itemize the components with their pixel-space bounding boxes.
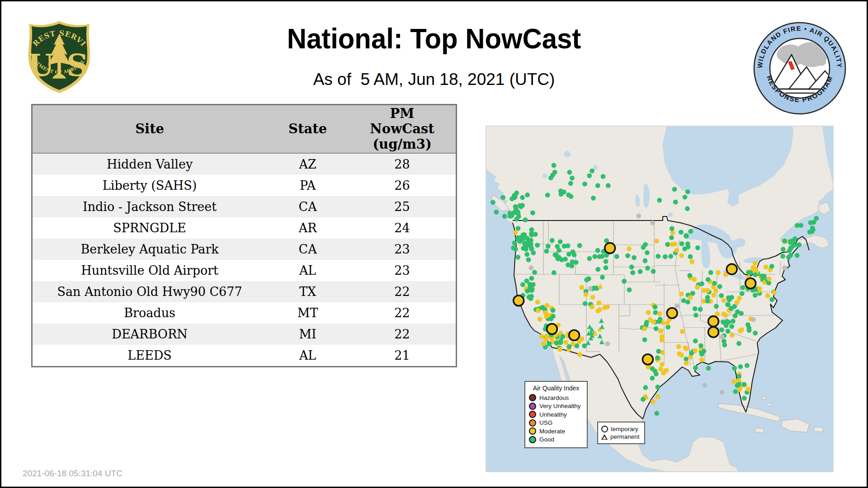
monitor-marker bbox=[561, 189, 566, 194]
monitor-marker bbox=[685, 300, 690, 305]
monitor-marker bbox=[521, 232, 526, 237]
very-unhealthy-swatch-icon bbox=[529, 403, 536, 410]
monitor-marker bbox=[528, 265, 533, 270]
monitor-marker bbox=[750, 265, 755, 270]
monitor-marker bbox=[679, 291, 684, 296]
monitor-marker bbox=[491, 200, 495, 205]
monitor-marker bbox=[715, 312, 720, 317]
aqi-legend-item: Hazardous bbox=[529, 394, 583, 401]
state-cell: AL bbox=[267, 260, 349, 281]
lake-of-the-woods bbox=[668, 212, 673, 217]
monitor-marker bbox=[693, 306, 698, 311]
featured-site-marker bbox=[708, 327, 719, 337]
monitor-marker bbox=[720, 390, 725, 395]
monitor-marker bbox=[531, 282, 536, 287]
monitor-marker bbox=[524, 278, 529, 283]
state-cell: AL bbox=[267, 345, 349, 367]
monitor-marker bbox=[685, 189, 690, 194]
monitor-marker bbox=[738, 364, 743, 369]
value-cell: 23 bbox=[349, 239, 456, 260]
aqi-legend-item: Good bbox=[529, 436, 583, 443]
monitor-marker bbox=[720, 334, 725, 339]
site-cell: Hidden Valley bbox=[32, 153, 267, 175]
monitor-marker bbox=[670, 226, 675, 231]
monitor-marker bbox=[548, 316, 553, 321]
monitor-marker bbox=[661, 371, 666, 375]
monitor-marker bbox=[577, 352, 582, 357]
monitor-marker bbox=[557, 248, 561, 253]
aqi-legend-item: Unhealthy bbox=[529, 411, 583, 418]
table-row: LEEDSAL21 bbox=[32, 345, 457, 367]
monitor-marker bbox=[638, 269, 643, 274]
monitor-marker bbox=[706, 366, 711, 371]
monitor-marker bbox=[627, 287, 632, 292]
monitor-marker bbox=[724, 323, 729, 328]
monitor-marker bbox=[753, 293, 758, 298]
value-cell: 28 bbox=[349, 153, 456, 175]
monitor-marker bbox=[645, 250, 650, 255]
monitor-marker bbox=[584, 292, 589, 297]
monitor-marker bbox=[554, 340, 559, 345]
monitor-marker bbox=[605, 305, 610, 310]
monitor-marker bbox=[655, 394, 660, 399]
nowcast-table-header: Site State PM NowCast (ug/m3) bbox=[32, 105, 457, 153]
monitor-marker bbox=[692, 277, 697, 282]
monitor-marker bbox=[559, 258, 564, 263]
monitor-marker bbox=[689, 259, 694, 264]
monitor-marker bbox=[595, 267, 600, 272]
monitor-marker bbox=[625, 253, 630, 258]
monitor-marker bbox=[753, 331, 758, 336]
state-cell: MI bbox=[267, 324, 349, 345]
monitor-marker bbox=[734, 300, 739, 305]
monitor-marker bbox=[760, 273, 764, 278]
monitor-marker bbox=[654, 326, 659, 331]
state-cell: CA bbox=[267, 239, 349, 260]
monitor-marker bbox=[530, 211, 535, 216]
monitor-marker bbox=[535, 300, 540, 305]
site-cell: Liberty (SAHS) bbox=[32, 175, 267, 196]
monitor-marker bbox=[684, 346, 689, 351]
monitor-marker bbox=[532, 270, 537, 275]
monitor-marker bbox=[657, 319, 662, 324]
monitor-marker bbox=[742, 396, 747, 401]
monitor-marker bbox=[796, 243, 801, 248]
monitor-marker bbox=[535, 243, 540, 248]
table-row: San Antonio Old Hwy90 C677TX22 bbox=[32, 281, 457, 302]
monitor-marker bbox=[693, 348, 698, 353]
monitor-marker bbox=[725, 302, 730, 307]
monitor-marker bbox=[688, 254, 693, 259]
featured-site-marker bbox=[667, 308, 677, 318]
monitor-marker bbox=[676, 344, 681, 349]
page-subtitle: As of 5 AM, Jun 18, 2021 (UTC) bbox=[1, 70, 867, 89]
site-cell: Indio - Jackson Street bbox=[32, 196, 267, 217]
monitor-marker bbox=[650, 221, 655, 225]
site-cell: Broadus bbox=[32, 302, 267, 324]
monitor-marker bbox=[753, 272, 758, 277]
monitor-marker bbox=[795, 223, 800, 228]
monitor-marker bbox=[693, 366, 698, 371]
monitor-marker bbox=[508, 214, 513, 219]
monitor-marker bbox=[680, 329, 685, 334]
monitor-marker bbox=[643, 242, 648, 247]
state-cell: AZ bbox=[267, 153, 349, 175]
monitor-marker bbox=[699, 357, 704, 362]
temporary-label: temporary bbox=[611, 426, 638, 432]
table-row: Huntsville Old AirportAL23 bbox=[32, 260, 457, 281]
aqi-legend-label: Good bbox=[539, 436, 554, 443]
monitor-marker bbox=[795, 253, 800, 258]
monitor-marker bbox=[597, 254, 602, 259]
monitor-marker bbox=[595, 183, 600, 188]
monitor-marker bbox=[516, 235, 521, 240]
monitor-marker bbox=[590, 169, 594, 174]
monitor-marker bbox=[670, 230, 675, 235]
monitor-marker bbox=[705, 288, 710, 293]
table-row: BroadusMT22 bbox=[32, 302, 457, 324]
monitor-marker bbox=[687, 273, 692, 278]
monitor-marker bbox=[587, 173, 592, 178]
monitor-marker bbox=[719, 293, 724, 298]
monitor-marker bbox=[682, 246, 687, 251]
monitor-marker bbox=[512, 240, 517, 245]
marker-type-legend: temporary permanent bbox=[597, 422, 645, 444]
monitor-marker bbox=[528, 244, 533, 249]
monitor-marker bbox=[590, 305, 594, 310]
